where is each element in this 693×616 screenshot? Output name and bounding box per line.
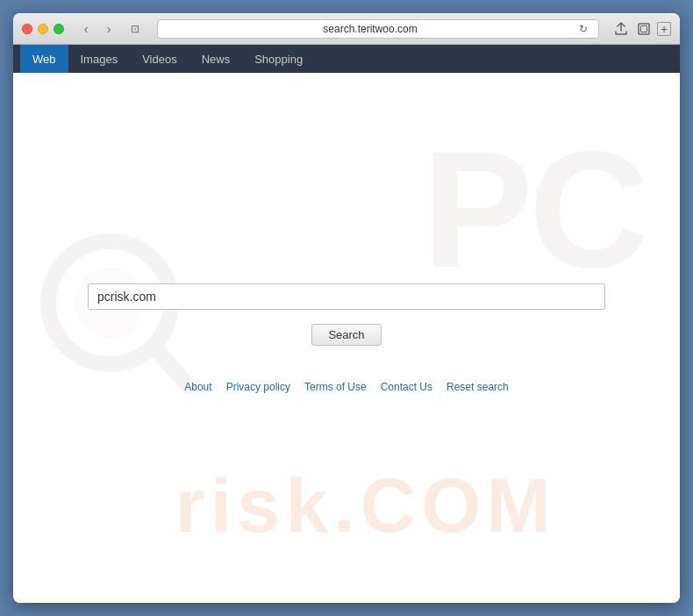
- address-bar-input[interactable]: [165, 23, 575, 35]
- address-bar-container: ↻: [157, 19, 599, 39]
- svg-rect-1: [641, 25, 647, 32]
- right-buttons: +: [611, 19, 671, 39]
- svg-rect-0: [639, 24, 649, 34]
- search-input[interactable]: [88, 283, 605, 310]
- watermark-risk-text: risk.COM: [175, 461, 556, 550]
- back-button[interactable]: ‹: [76, 19, 96, 39]
- traffic-lights: [22, 24, 64, 34]
- tab-videos[interactable]: Videos: [130, 45, 189, 73]
- footer-link-terms[interactable]: Terms of Use: [304, 381, 367, 393]
- new-tab-button[interactable]: +: [657, 22, 671, 36]
- tab-overview-button[interactable]: ⊡: [125, 19, 145, 39]
- tab-shopping[interactable]: Shopping: [242, 45, 315, 73]
- tab-images[interactable]: Images: [68, 45, 131, 73]
- forward-button[interactable]: ›: [99, 19, 118, 39]
- footer-links: About Privacy policy Terms of Use Contac…: [184, 381, 508, 393]
- footer-link-reset[interactable]: Reset search: [447, 381, 509, 393]
- title-bar: ‹ › ⊡ ↻ +: [13, 13, 680, 45]
- watermark-pc-text: PC: [422, 125, 645, 292]
- tabs-button[interactable]: [634, 19, 654, 39]
- footer-link-privacy[interactable]: Privacy policy: [226, 381, 290, 393]
- share-button[interactable]: [611, 19, 631, 39]
- search-input-wrapper: [88, 283, 605, 310]
- search-button[interactable]: Search: [311, 324, 381, 346]
- tab-web[interactable]: Web: [20, 45, 68, 73]
- search-form: Search: [13, 283, 680, 346]
- close-button[interactable]: [22, 24, 32, 34]
- content-area: PC risk.COM Search About Privacy policy …: [13, 73, 680, 603]
- nav-buttons: ‹ › ⊡: [76, 19, 145, 39]
- footer-link-contact[interactable]: Contact Us: [381, 381, 432, 393]
- footer-link-about[interactable]: About: [184, 381, 211, 393]
- maximize-button[interactable]: [54, 24, 64, 34]
- reload-button[interactable]: ↻: [575, 23, 591, 35]
- tab-news[interactable]: News: [189, 45, 243, 73]
- browser-window: ‹ › ⊡ ↻ + Web Images Vide: [13, 13, 680, 603]
- nav-bar: Web Images Videos News Shopping: [13, 45, 680, 73]
- minimize-button[interactable]: [38, 24, 48, 34]
